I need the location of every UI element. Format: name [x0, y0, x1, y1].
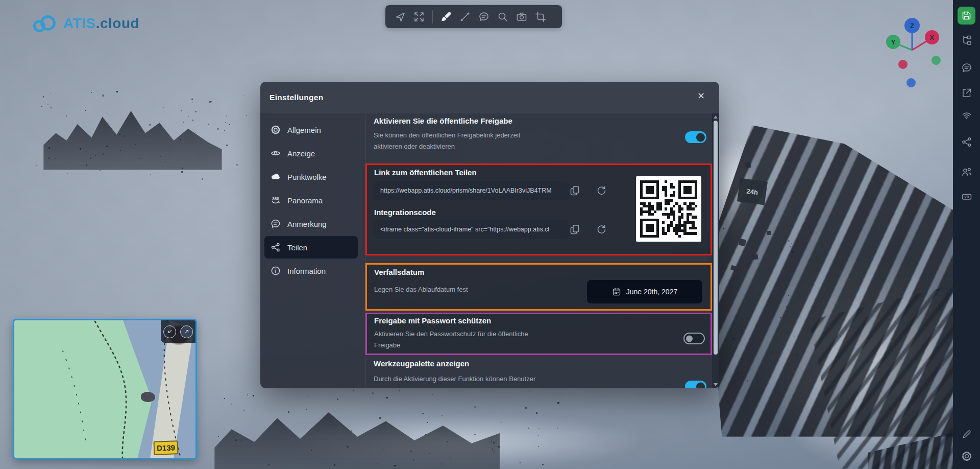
search-icon[interactable]: [497, 11, 508, 22]
brush-tool-icon[interactable]: [440, 11, 452, 22]
sidebar-item-punktwolke[interactable]: Punktwolke: [264, 166, 358, 188]
road-label-badge: D139: [154, 440, 179, 455]
fullscreen-icon[interactable]: [413, 11, 425, 22]
desc-line: Aktivieren Sie den Passwortschutz für di…: [374, 330, 528, 338]
svg-text:VR: VR: [964, 195, 969, 199]
open-external-button[interactable]: [961, 87, 972, 99]
dialog-title: Einstellungen: [270, 93, 324, 102]
brand-name: ATIS.cloud: [63, 15, 139, 32]
regenerate-code-button[interactable]: [596, 224, 607, 235]
pen-icon: [961, 429, 972, 440]
scene-points-mid-right: [722, 220, 804, 388]
gizmo-z-neg-handle[interactable]: [906, 78, 916, 87]
toolbar-divider: [957, 129, 976, 129]
copy-code-button[interactable]: [569, 224, 580, 235]
app-root: 24h ATIS.cloud Z Y X: [0, 0, 980, 469]
scene-points-left: [36, 87, 250, 184]
settings-dialog: Einstellungen ✕ Allgemein Anzeige Punktw…: [260, 82, 719, 388]
password-section: Freigabe mit Passwort schützen Aktiviere…: [365, 313, 712, 355]
expiry-date-value: June 20th, 2027: [626, 288, 677, 296]
cloud-logo-icon: [32, 13, 58, 34]
gizmo-z-label: Z: [910, 22, 914, 30]
sidebar-item-label: Punktwolke: [287, 173, 327, 181]
share-qr-code[interactable]: [636, 176, 701, 242]
expiry-title: Verfallsdatum: [374, 268, 424, 276]
scroll-down-arrow[interactable]: [714, 383, 718, 386]
vr-mode-button[interactable]: VR: [961, 191, 972, 202]
scene-cube: [752, 254, 758, 260]
dialog-scrollbar[interactable]: [712, 113, 719, 388]
regenerate-link-button[interactable]: [596, 185, 607, 196]
scroll-up-arrow[interactable]: [714, 115, 718, 119]
sidebar-item-label: Panorama: [287, 196, 323, 205]
share-icon: [961, 136, 972, 148]
crop-icon[interactable]: [535, 11, 546, 22]
toggle-knob: [686, 335, 693, 342]
sidebar-item-panorama[interactable]: 360 Panorama: [264, 189, 358, 212]
minimap-expand-button[interactable]: [180, 325, 193, 338]
password-toggle[interactable]: [683, 333, 705, 344]
desc-line: aktivieren oder deaktivieren: [374, 143, 455, 150]
settings-nav: Allgemein Anzeige Punktwolke 360 Panoram…: [260, 113, 365, 388]
tool-palette-title: Werkzeugpalette anzeigen: [374, 359, 469, 368]
right-toolbar: VR: [953, 0, 980, 469]
sidebar-item-label: Teilen: [287, 243, 307, 252]
brand-name-primary: ATIS: [63, 15, 96, 31]
scene-billboard-24h: 24h: [737, 178, 768, 205]
share-link-title: Link zum öffentlichen Teilen: [374, 168, 477, 177]
arrow-up-right-icon: [183, 328, 190, 335]
toolbar-divider: [957, 81, 976, 81]
integration-code-input[interactable]: [374, 220, 569, 239]
gear-icon: [961, 451, 972, 462]
layers-tree-button[interactable]: [961, 35, 972, 46]
refresh-icon: [596, 224, 607, 235]
toolbar-divider: [432, 10, 433, 24]
expiry-date-picker[interactable]: June 20th, 2027: [587, 280, 702, 303]
tool-palette-toggle[interactable]: [685, 381, 706, 388]
share-link-section: Link zum öffentlichen Teilen Integration…: [365, 163, 712, 255]
copy-link-button[interactable]: [569, 185, 580, 196]
sidebar-item-anmerkung[interactable]: Anmerkung: [264, 213, 358, 235]
cloud-icon: [271, 172, 281, 182]
gizmo-x-neg-handle[interactable]: [898, 60, 908, 69]
brand-name-suffix: .cloud: [96, 15, 139, 31]
comment-icon: [961, 62, 972, 74]
gizmo-y-neg-handle[interactable]: [932, 56, 941, 65]
close-icon[interactable]: ✕: [697, 91, 705, 101]
wifi-icon: [961, 110, 972, 121]
sidebar-item-teilen[interactable]: Teilen: [264, 236, 358, 259]
minimap[interactable]: D139: [13, 319, 197, 459]
minimap-collapse-button[interactable]: [163, 325, 176, 338]
scrollbar-thumb[interactable]: [714, 121, 718, 355]
public-share-title: Aktivieren Sie die öffentliche Freigabe: [374, 116, 512, 125]
network-status-button[interactable]: [961, 110, 972, 121]
refresh-icon: [596, 185, 607, 196]
gizmo-x-label: X: [930, 34, 935, 41]
axis-gizmo[interactable]: Z Y X: [886, 13, 943, 91]
edit-button[interactable]: [961, 429, 972, 440]
comments-button[interactable]: [961, 62, 972, 74]
share-button[interactable]: [961, 136, 972, 148]
save-button[interactable]: [958, 7, 975, 25]
svg-text:360: 360: [272, 196, 279, 201]
public-share-toggle[interactable]: [685, 131, 706, 143]
camera-icon[interactable]: [516, 11, 527, 22]
share-link-input[interactable]: [374, 181, 569, 200]
measure-tool-icon[interactable]: [459, 11, 471, 22]
sidebar-item-allgemein[interactable]: Allgemein: [264, 119, 358, 141]
sidebar-item-anzeige[interactable]: Anzeige: [264, 142, 358, 165]
settings-button[interactable]: [961, 451, 972, 462]
settings-dialog-header: [260, 82, 719, 113]
sidebar-item-label: Information: [287, 267, 326, 275]
comment-tool-icon[interactable]: [478, 11, 489, 22]
copy-icon: [569, 185, 580, 196]
expiry-description: Legen Sie das Ablaufdatum fest: [374, 284, 468, 295]
expiry-section: Verfallsdatum Legen Sie das Ablaufdatum …: [365, 263, 712, 311]
collaborators-button[interactable]: [961, 167, 972, 178]
arrow-down-left-icon: [166, 328, 174, 335]
brand-logo: ATIS.cloud: [32, 13, 139, 34]
sidebar-item-information[interactable]: Information: [264, 260, 358, 282]
toggle-knob: [696, 382, 705, 388]
navigate-arrow-icon[interactable]: [395, 11, 406, 22]
gear-icon: [271, 125, 281, 135]
